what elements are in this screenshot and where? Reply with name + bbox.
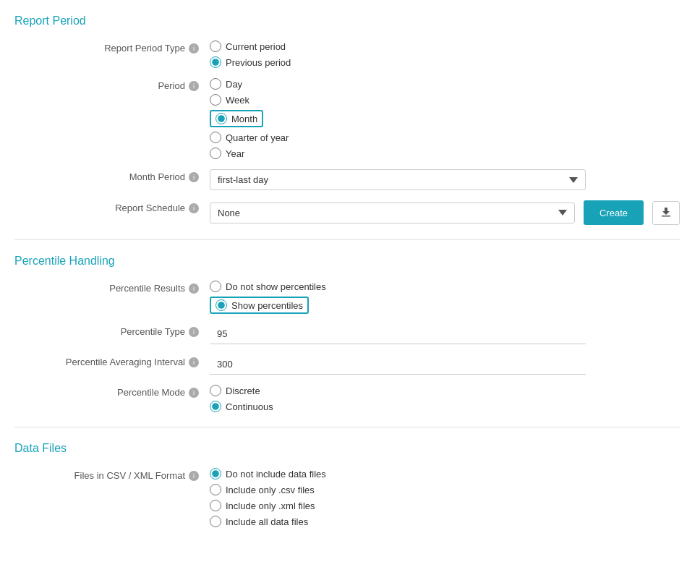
current-period-option[interactable]: Current period xyxy=(210,41,680,52)
files-format-label: Files in CSV / XML Format i xyxy=(14,468,210,481)
period-row: Period i Day Week Month Quarter of year xyxy=(14,78,680,159)
show-percentiles-radio[interactable] xyxy=(215,299,227,311)
month-period-select[interactable]: first-last day calendar month custom xyxy=(210,169,586,190)
quarter-label: Quarter of year xyxy=(226,132,289,143)
week-option[interactable]: Week xyxy=(210,94,680,106)
discrete-option[interactable]: Discrete xyxy=(210,385,680,396)
discrete-radio[interactable] xyxy=(210,385,221,396)
percentile-type-input[interactable] xyxy=(210,324,586,344)
report-schedule-row: Report Schedule i None Daily Weekly Mont… xyxy=(14,200,680,225)
divider-2 xyxy=(14,427,680,427)
do-not-include-option[interactable]: Do not include data files xyxy=(210,468,680,480)
quarter-option[interactable]: Quarter of year xyxy=(210,132,680,143)
schedule-wrapper: None Daily Weekly Monthly Create xyxy=(210,200,680,225)
period-info-icon[interactable]: i xyxy=(189,81,199,91)
percentile-averaging-interval-label: Percentile Averaging Interval i xyxy=(14,354,210,367)
report-schedule-control: None Daily Weekly Monthly Create xyxy=(210,200,680,225)
all-data-files-option[interactable]: Include all data files xyxy=(210,516,680,527)
week-label: Week xyxy=(226,95,249,106)
report-period-type-label: Report Period Type i xyxy=(14,41,210,54)
report-schedule-label: Report Schedule i xyxy=(14,200,210,213)
percentile-mode-control: Discrete Continuous xyxy=(210,385,680,412)
report-period-type-info-icon[interactable]: i xyxy=(189,43,199,54)
percentile-averaging-interval-row: Percentile Averaging Interval i xyxy=(14,354,680,375)
percentile-mode-info-icon[interactable]: i xyxy=(189,388,199,398)
all-data-files-radio[interactable] xyxy=(210,516,221,527)
period-label: Period i xyxy=(14,78,210,91)
quarter-radio[interactable] xyxy=(210,132,221,143)
percentile-averaging-interval-control xyxy=(210,354,680,375)
percentile-type-label: Percentile Type i xyxy=(14,324,210,337)
xml-only-label: Include only .xml files xyxy=(226,500,315,511)
data-files-title: Data Files xyxy=(14,442,680,455)
percentile-mode-row: Percentile Mode i Discrete Continuous xyxy=(14,385,680,412)
percentile-type-row: Percentile Type i xyxy=(14,324,680,344)
percentile-averaging-interval-input[interactable] xyxy=(210,354,586,375)
files-format-row: Files in CSV / XML Format i Do not inclu… xyxy=(14,468,680,527)
show-percentiles-label: Show percentiles xyxy=(231,300,303,311)
percentile-handling-title: Percentile Handling xyxy=(14,255,680,268)
all-data-files-label: Include all data files xyxy=(226,516,308,527)
download-button[interactable] xyxy=(652,201,680,225)
create-button[interactable]: Create xyxy=(584,200,644,225)
percentile-results-label: Percentile Results i xyxy=(14,281,210,294)
week-radio[interactable] xyxy=(210,94,221,106)
report-schedule-select[interactable]: None Daily Weekly Monthly xyxy=(210,203,575,223)
previous-period-label: Previous period xyxy=(226,57,291,68)
previous-period-option[interactable]: Previous period xyxy=(210,56,680,68)
month-radio[interactable] xyxy=(215,113,227,124)
continuous-option[interactable]: Continuous xyxy=(210,401,680,412)
month-period-control: first-last day calendar month custom xyxy=(210,169,680,190)
files-format-control: Do not include data files Include only .… xyxy=(210,468,680,527)
percentile-results-row: Percentile Results i Do not show percent… xyxy=(14,281,680,314)
year-label: Year xyxy=(226,148,244,159)
report-period-title: Report Period xyxy=(14,14,680,27)
month-option[interactable]: Month xyxy=(210,110,680,127)
csv-only-option[interactable]: Include only .csv files xyxy=(210,484,680,495)
csv-only-radio[interactable] xyxy=(210,484,221,495)
do-not-show-percentiles-option[interactable]: Do not show percentiles xyxy=(210,281,680,292)
do-not-include-radio[interactable] xyxy=(210,468,221,480)
year-radio[interactable] xyxy=(210,148,221,159)
divider-1 xyxy=(14,239,680,240)
do-not-show-percentiles-label: Do not show percentiles xyxy=(226,281,326,292)
percentile-results-info-icon[interactable]: i xyxy=(189,284,199,294)
percentile-averaging-interval-info-icon[interactable]: i xyxy=(189,357,199,367)
do-not-show-percentiles-radio[interactable] xyxy=(210,281,221,292)
current-period-radio[interactable] xyxy=(210,41,221,52)
current-period-label: Current period xyxy=(226,41,286,52)
day-label: Day xyxy=(226,79,242,90)
month-period-info-icon[interactable]: i xyxy=(189,172,199,182)
previous-period-radio[interactable] xyxy=(210,56,221,68)
percentile-type-info-icon[interactable]: i xyxy=(189,327,199,337)
svg-rect-0 xyxy=(662,216,670,217)
continuous-label: Continuous xyxy=(226,401,273,412)
percentile-results-control: Do not show percentiles Show percentiles xyxy=(210,281,680,314)
do-not-include-label: Do not include data files xyxy=(226,469,326,480)
day-option[interactable]: Day xyxy=(210,78,680,90)
files-format-info-icon[interactable]: i xyxy=(189,471,199,481)
show-percentiles-option[interactable]: Show percentiles xyxy=(210,297,680,314)
day-radio[interactable] xyxy=(210,78,221,90)
csv-only-label: Include only .csv files xyxy=(226,485,315,495)
year-option[interactable]: Year xyxy=(210,148,680,159)
discrete-label: Discrete xyxy=(226,385,260,396)
report-schedule-info-icon[interactable]: i xyxy=(189,203,199,213)
percentile-mode-label: Percentile Mode i xyxy=(14,385,210,398)
month-period-label: Month Period i xyxy=(14,169,210,182)
month-period-row: Month Period i first-last day calendar m… xyxy=(14,169,680,190)
download-icon xyxy=(660,206,672,220)
continuous-radio[interactable] xyxy=(210,401,221,412)
xml-only-radio[interactable] xyxy=(210,500,221,511)
xml-only-option[interactable]: Include only .xml files xyxy=(210,500,680,511)
percentile-type-control xyxy=(210,324,680,344)
report-period-type-row: Report Period Type i Current period Prev… xyxy=(14,41,680,68)
period-control: Day Week Month Quarter of year Year xyxy=(210,78,680,159)
report-period-type-control: Current period Previous period xyxy=(210,41,680,68)
month-label: Month xyxy=(231,114,257,124)
